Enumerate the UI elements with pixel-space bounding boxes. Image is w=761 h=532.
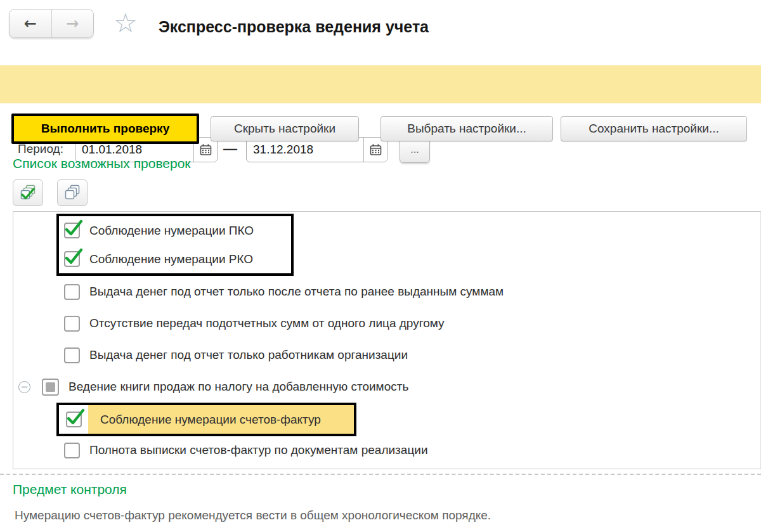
check-all-button[interactable] bbox=[13, 179, 43, 206]
back-button[interactable]: ← bbox=[10, 10, 52, 37]
check-item-row[interactable]: Выдача денег под отчет только после отче… bbox=[13, 276, 760, 308]
favorite-star-icon[interactable]: ☆ bbox=[114, 10, 138, 37]
check-item-row[interactable]: Соблюдение нумерации ПКО bbox=[59, 216, 291, 245]
run-check-button[interactable]: Выполнить проверку bbox=[11, 114, 199, 144]
partial-mark bbox=[46, 382, 55, 392]
checkbox[interactable] bbox=[64, 443, 80, 458]
checkmark-icon bbox=[64, 219, 83, 237]
uncheck-all-button[interactable] bbox=[57, 179, 88, 206]
check-item-label: Соблюдение нумерации РКО bbox=[89, 252, 253, 266]
hide-settings-button[interactable]: Скрыть настройки bbox=[211, 116, 359, 141]
period-toolbar: Период: — bbox=[0, 65, 761, 103]
check-item-label: Соблюдение нумерации счетов-фактур bbox=[100, 413, 321, 427]
checks-section-title: Список возможных проверок bbox=[13, 156, 191, 171]
checkmark-icon bbox=[64, 248, 83, 266]
checkbox[interactable] bbox=[64, 316, 80, 332]
stacked-pages-check-icon bbox=[20, 185, 37, 202]
check-item-row[interactable]: Выдача денег под отчет только работникам… bbox=[13, 339, 760, 371]
check-item-row[interactable]: Соблюдение нумерации РКО bbox=[59, 245, 291, 273]
stacked-pages-icon bbox=[64, 185, 81, 202]
checks-list-panel: Соблюдение нумерации ПКО Соблюдение нуме… bbox=[13, 211, 761, 469]
calendar-icon bbox=[199, 143, 212, 157]
check-item-label: Выдача денег под отчет только работникам… bbox=[89, 348, 408, 362]
checkbox[interactable] bbox=[42, 379, 59, 396]
calendar-icon bbox=[369, 143, 382, 157]
dashed-separator bbox=[0, 474, 761, 475]
selected-row[interactable]: Соблюдение нумерации счетов-фактур bbox=[88, 405, 354, 434]
choose-settings-button[interactable]: Выбрать настройки... bbox=[380, 116, 553, 141]
check-item-label: Выдача денег под отчет только после отче… bbox=[89, 285, 504, 299]
page-title: Экспресс-проверка ведения учета bbox=[159, 18, 429, 36]
subject-description: Нумерацию счетов-фактур рекомендуется ве… bbox=[15, 509, 491, 522]
checkmark-icon bbox=[66, 408, 85, 426]
forward-button[interactable]: → bbox=[52, 10, 94, 37]
collapse-icon[interactable]: − bbox=[18, 381, 30, 393]
tree-parent-row[interactable]: − Ведение книги продаж по налогу на доба… bbox=[13, 371, 760, 403]
checkbox[interactable] bbox=[64, 223, 80, 238]
check-item-label: Ведение книги продаж по налогу на добавл… bbox=[68, 380, 408, 394]
checkbox[interactable] bbox=[64, 284, 80, 300]
save-settings-button[interactable]: Сохранить настройки... bbox=[561, 116, 747, 141]
check-item-label: Соблюдение нумерации ПКО bbox=[89, 224, 254, 238]
check-item-label: Полнота выписки счетов-фактур по докумен… bbox=[89, 443, 428, 457]
checkbox[interactable] bbox=[64, 251, 80, 267]
checkbox[interactable] bbox=[66, 412, 82, 427]
period-label: Период: bbox=[18, 142, 63, 156]
check-item-row[interactable]: Полнота выписки счетов-фактур по докумен… bbox=[13, 436, 760, 464]
nav-history-group: ← → bbox=[9, 9, 94, 38]
highlight-annotation-box: Соблюдение нумерации счетов-фактур bbox=[56, 403, 356, 436]
check-item-row[interactable]: Отсутствие передач подотчетных сумм от о… bbox=[13, 308, 760, 339]
period-range-dash: — bbox=[223, 141, 237, 157]
checkbox[interactable] bbox=[64, 347, 80, 363]
highlight-annotation-box: Соблюдение нумерации ПКО Соблюдение нуме… bbox=[56, 214, 294, 276]
check-item-label: Отсутствие передач подотчетных сумм от о… bbox=[89, 316, 445, 330]
checkbox-cell bbox=[59, 405, 88, 434]
subject-section-title: Предмет контроля bbox=[13, 482, 127, 497]
